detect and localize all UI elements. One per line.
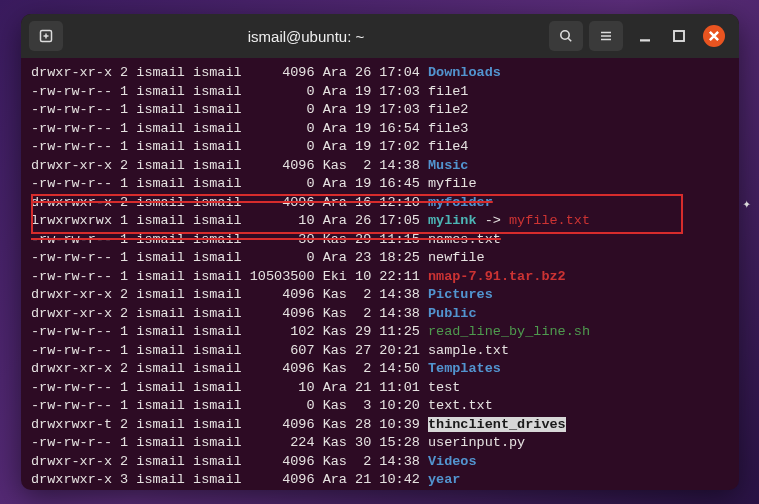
ls-row: -rw-rw-r-- 1 ismail ismail 0 Ara 19 17:0… xyxy=(31,83,729,102)
titlebar: ismail@ubuntu: ~ xyxy=(21,14,739,58)
file-name: Downloads xyxy=(428,65,501,80)
ls-row: lrwxrwxrwx 1 ismail ismail 10 Ara 26 17:… xyxy=(31,212,729,231)
terminal-output[interactable]: drwxr-xr-x 2 ismail ismail 4096 Ara 26 1… xyxy=(21,58,739,490)
ls-row: drwxr-xr-x 2 ismail ismail 4096 Kas 2 14… xyxy=(31,360,729,379)
ls-row: -rw-rw-r-- 1 ismail ismail 0 Ara 19 16:4… xyxy=(31,175,729,194)
minimize-button[interactable] xyxy=(635,26,655,46)
menu-button[interactable] xyxy=(589,21,623,51)
prompt[interactable]: $ xyxy=(31,490,729,491)
new-tab-button[interactable] xyxy=(29,21,63,51)
ls-row: drwxr-xr-x 2 ismail ismail 4096 Kas 2 14… xyxy=(31,157,729,176)
ls-row: -rw-rw-r-- 1 ismail ismail 30 Kas 29 11:… xyxy=(31,231,729,250)
file-name: thinclient_drives xyxy=(428,417,566,432)
maximize-button[interactable] xyxy=(669,26,689,46)
file-name: file4 xyxy=(428,139,469,154)
desktop-star-decoration: ✦ xyxy=(743,195,751,212)
svg-rect-2 xyxy=(674,31,684,41)
file-name: year xyxy=(428,472,460,487)
file-name: test xyxy=(428,380,460,395)
file-name: Pictures xyxy=(428,287,493,302)
ls-row: -rw-rw-r-- 1 ismail ismail 607 Kas 27 20… xyxy=(31,342,729,361)
ls-row: -rw-rw-r-- 1 ismail ismail 10503500 Eki … xyxy=(31,268,729,287)
ls-row: -rw-rw-r-- 1 ismail ismail 224 Kas 30 15… xyxy=(31,434,729,453)
file-name: names.txt xyxy=(428,232,501,247)
file-name: myfolder xyxy=(428,195,493,210)
ls-row: -rw-rw-r-- 1 ismail ismail 10 Ara 21 11:… xyxy=(31,379,729,398)
file-name: file3 xyxy=(428,121,469,136)
ls-row: drwxrwxr-x 3 ismail ismail 4096 Ara 21 1… xyxy=(31,471,729,490)
file-name: text.txt xyxy=(428,398,493,413)
file-name: Templates xyxy=(428,361,501,376)
file-name: file1 xyxy=(428,84,469,99)
ls-row: drwxr-xr-x 2 ismail ismail 4096 Kas 2 14… xyxy=(31,453,729,472)
file-name: Public xyxy=(428,306,477,321)
file-name: myfile xyxy=(428,176,477,191)
window-title: ismail@ubuntu: ~ xyxy=(69,28,543,45)
file-name: nmap-7.91.tar.bz2 xyxy=(428,269,566,284)
terminal-window: ismail@ubuntu: ~ drwxr-xr-x 2 ismail ism… xyxy=(21,14,739,490)
search-button[interactable] xyxy=(549,21,583,51)
ls-row: -rw-rw-r-- 1 ismail ismail 102 Kas 29 11… xyxy=(31,323,729,342)
ls-row: drwxr-xr-x 2 ismail ismail 4096 Kas 2 14… xyxy=(31,286,729,305)
file-name: file2 xyxy=(428,102,469,117)
file-name: mylink xyxy=(428,213,477,228)
svg-point-1 xyxy=(561,31,569,39)
ls-row: -rw-rw-r-- 1 ismail ismail 0 Ara 19 16:5… xyxy=(31,120,729,139)
close-button[interactable] xyxy=(703,25,725,47)
file-name: newfile xyxy=(428,250,485,265)
file-name: Videos xyxy=(428,454,477,469)
ls-row: drwxr-xr-x 2 ismail ismail 4096 Ara 26 1… xyxy=(31,64,729,83)
ls-row: drwxrwxr-x 2 ismail ismail 4096 Ara 16 1… xyxy=(31,194,729,213)
ls-row: -rw-rw-r-- 1 ismail ismail 0 Kas 3 10:20… xyxy=(31,397,729,416)
file-name: read_line_by_line.sh xyxy=(428,324,590,339)
symlink-target: myfile.txt xyxy=(509,213,590,228)
ls-row: drwxrwxr-t 2 ismail ismail 4096 Kas 28 1… xyxy=(31,416,729,435)
ls-row: -rw-rw-r-- 1 ismail ismail 0 Ara 23 18:2… xyxy=(31,249,729,268)
ls-row: -rw-rw-r-- 1 ismail ismail 0 Ara 19 17:0… xyxy=(31,101,729,120)
file-name: Music xyxy=(428,158,469,173)
file-name: userinput.py xyxy=(428,435,525,450)
ls-row: drwxr-xr-x 2 ismail ismail 4096 Kas 2 14… xyxy=(31,305,729,324)
file-name: sample.txt xyxy=(428,343,509,358)
ls-row: -rw-rw-r-- 1 ismail ismail 0 Ara 19 17:0… xyxy=(31,138,729,157)
